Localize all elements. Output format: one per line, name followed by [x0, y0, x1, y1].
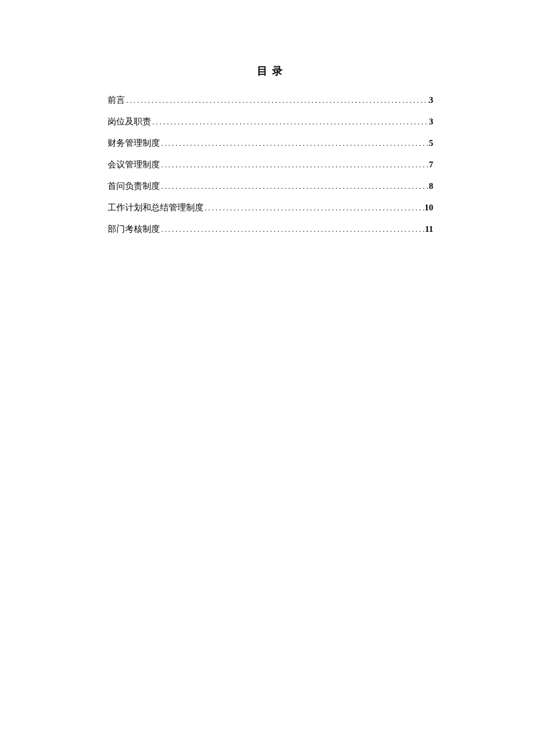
toc-item-page: 3	[429, 94, 434, 106]
toc-item-page: 10	[425, 202, 433, 214]
toc-item-page: 7	[429, 159, 434, 171]
toc-item: 会议管理制度 7	[108, 159, 433, 171]
toc-item-label: 前言	[108, 94, 125, 106]
toc-item-page: 3	[429, 116, 434, 128]
toc-item: 部门考核制度 11	[108, 223, 433, 235]
toc-item-page: 8	[429, 180, 434, 192]
toc-item-label: 岗位及职责	[108, 116, 151, 128]
toc-leader-dots	[160, 181, 429, 192]
toc-leader-dots	[151, 117, 429, 127]
toc-leader-dots	[160, 224, 425, 235]
toc-item: 岗位及职责 3	[108, 116, 433, 128]
toc-list: 前言 3 岗位及职责 3 财务管理制度 5 会议管理制度 7 首问负责制度 8 …	[108, 94, 433, 235]
toc-title: 目 录	[108, 64, 433, 78]
toc-leader-dots	[160, 160, 429, 170]
toc-item: 首问负责制度 8	[108, 180, 433, 192]
toc-leader-dots	[125, 95, 429, 106]
document-page: 目 录 前言 3 岗位及职责 3 财务管理制度 5 会议管理制度 7 首问负责制…	[0, 0, 535, 235]
toc-item-label: 首问负责制度	[108, 180, 160, 192]
toc-item: 财务管理制度 5	[108, 137, 433, 149]
toc-item-label: 部门考核制度	[108, 223, 160, 235]
toc-item-label: 会议管理制度	[108, 159, 160, 171]
toc-leader-dots	[160, 138, 429, 149]
toc-item-label: 工作计划和总结管理制度	[108, 202, 204, 214]
toc-item: 前言 3	[108, 94, 433, 106]
toc-item: 工作计划和总结管理制度 10	[108, 202, 433, 214]
toc-item-page: 11	[425, 223, 433, 235]
toc-item-page: 5	[429, 137, 434, 149]
toc-leader-dots	[204, 203, 425, 213]
toc-item-label: 财务管理制度	[108, 137, 160, 149]
